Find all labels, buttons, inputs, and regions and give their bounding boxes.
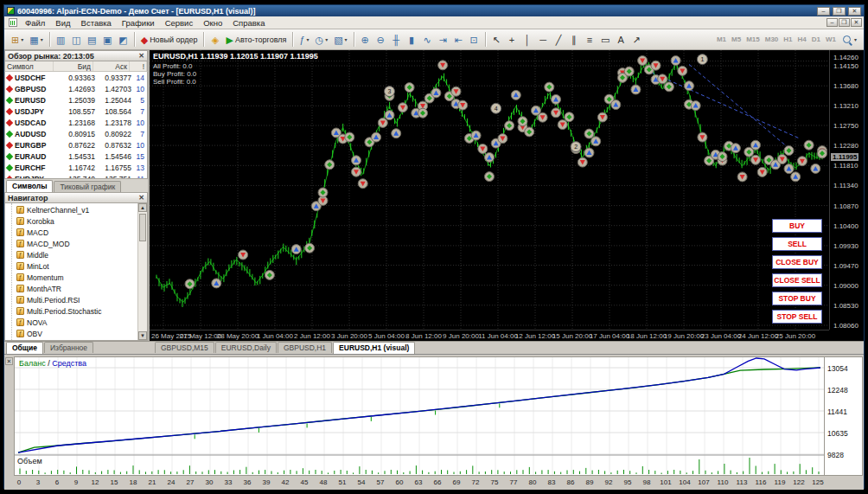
scroll-down-icon[interactable]: ▼ <box>138 331 147 340</box>
zoom-out-button[interactable]: ⊖ <box>373 32 388 48</box>
menu-view[interactable]: Вид <box>50 17 75 29</box>
periods-button[interactable]: ◷▾ <box>313 32 331 48</box>
chart-tab-eurusd-h1-visual[interactable]: EURUSD,H1 (visual) <box>333 342 415 354</box>
timeframe-h1-button[interactable]: H1 <box>781 35 795 43</box>
zoom-search-button[interactable]: ▾ <box>840 32 859 48</box>
market-watch-row[interactable]: EURUSD1.250391.250445 <box>5 94 147 106</box>
market-watch-row[interactable]: EURGBP0.876220.8763210 <box>5 139 147 151</box>
timeframe-m30-button[interactable]: M30 <box>763 35 782 43</box>
tile-windows-button[interactable]: ⊡ <box>467 32 482 48</box>
navigator-button[interactable]: ▤ <box>85 32 99 48</box>
close-tester-icon[interactable]: ✕ <box>5 357 13 365</box>
auto-scroll-button[interactable]: ⇥ <box>436 32 450 48</box>
scrollbar-thumb[interactable] <box>139 214 146 241</box>
tab-общие[interactable]: Общие <box>6 342 43 354</box>
close-market-watch-icon[interactable]: ✕ <box>138 53 144 60</box>
market-watch-row[interactable]: EURJPY135.740135.75111 <box>5 173 147 179</box>
timeframe-m1-button[interactable]: M1 <box>714 35 729 43</box>
chart-tab-gbpusd-m15[interactable]: GBPUSD,M15 <box>155 342 214 353</box>
navigator-item[interactable]: ƒMiddle <box>5 249 147 260</box>
timeframe-h4-button[interactable]: H4 <box>795 35 809 43</box>
market-watch-button[interactable]: ▥ <box>54 32 68 48</box>
shapes-button[interactable]: ▭ <box>598 32 613 48</box>
data-window-button[interactable]: ◫ <box>69 32 84 48</box>
line-chart-button[interactable]: ∿ <box>420 32 435 48</box>
candlestick-chart-button[interactable]: ▮ <box>405 32 419 48</box>
chart-tab-gbpusd-h1[interactable]: GBPUSD,H1 <box>278 342 332 353</box>
new-chart-button[interactable]: ⊞▾ <box>9 32 26 48</box>
sell-button[interactable]: SELL <box>772 237 822 251</box>
navigator-item[interactable]: ƒMinLot <box>5 260 147 272</box>
market-watch-row[interactable]: AUDUSD0.809150.809227 <box>5 128 147 139</box>
timeframe-m15-button[interactable]: M15 <box>744 35 763 43</box>
navigator-item[interactable]: ƒKorobka <box>5 215 147 227</box>
profiles-button[interactable]: ▦▾ <box>27 32 45 48</box>
navigator-item[interactable]: ƒMulti.Period.RSI <box>5 294 147 305</box>
navigator-item[interactable]: ƒMACD <box>5 227 147 238</box>
crosshair-button[interactable]: + <box>505 32 520 48</box>
templates-button[interactable]: ▧▾ <box>331 32 349 48</box>
market-watch-row[interactable]: EURAUD1.545311.5454615 <box>5 151 147 162</box>
horizontal-line-button[interactable]: ─ <box>536 32 551 48</box>
restore-button[interactable]: ❐ <box>833 7 846 16</box>
zoom-in-button[interactable]: ⊕ <box>358 32 373 48</box>
channel-button[interactable]: ∥ <box>567 32 582 48</box>
market-watch-row[interactable]: USDCHF0.933630.9337714 <box>5 72 147 83</box>
minimize-button[interactable]: – <box>817 7 830 16</box>
navigator-scrollbar[interactable]: ▲ ▼ <box>137 203 147 340</box>
close-buy-button[interactable]: CLOSE BUY <box>772 255 822 269</box>
close-button[interactable]: ✕ <box>848 7 861 16</box>
navigator-item[interactable]: ƒMonthATR <box>5 283 147 294</box>
menu-help[interactable]: Справка <box>227 17 270 29</box>
stop-buy-button[interactable]: STOP BUY <box>772 292 822 305</box>
time-axis[interactable]: 26 May 201527 May 12:0028 May 20:001 Jun… <box>150 330 829 341</box>
close-sell-button[interactable]: CLOSE SELL <box>772 273 822 287</box>
child-close-button[interactable]: ✕ <box>851 18 862 27</box>
trendline-button[interactable]: ╱ <box>552 32 566 48</box>
market-watch-row[interactable]: GBPUSD1.426931.4270310 <box>5 83 147 94</box>
navigator-item[interactable]: ƒMulti.Period.Stochastic <box>5 305 147 317</box>
timeframe-m5-button[interactable]: M5 <box>729 35 744 43</box>
scroll-up-icon[interactable]: ▲ <box>138 203 147 212</box>
price-chart[interactable]: 3421 <box>150 50 827 330</box>
navigator-item[interactable]: ƒNOVA <box>5 317 147 328</box>
price-scale[interactable]: 1.142601.141501.136801.132101.127501.122… <box>829 50 864 330</box>
chart-tab-eurusd-daily[interactable]: EURUSD,Daily <box>215 342 277 353</box>
terminal-button[interactable]: ▣ <box>100 32 115 48</box>
market-watch-row[interactable]: USDCAD1.231681.2317810 <box>5 117 147 128</box>
menu-charts[interactable]: Графики <box>117 17 160 29</box>
fibonacci-button[interactable]: ≡ <box>583 32 597 48</box>
title-bar[interactable]: 60040996: Alpari-ECN-Demo - Демо Счет - … <box>4 5 864 16</box>
metaeditor-button[interactable]: ◈ <box>207 32 222 48</box>
navigator-item[interactable]: ƒKeltnerChannel_v1 <box>5 204 147 215</box>
balance-graph[interactable] <box>14 356 825 476</box>
buy-button[interactable]: BUY <box>772 219 822 233</box>
text-button[interactable]: A <box>614 32 629 48</box>
menu-file[interactable]: Файл <box>20 17 50 29</box>
auto-trading-button[interactable]: ▶Авто-торговля <box>223 32 289 48</box>
tab-тиковый-график[interactable]: Тиковый график <box>54 181 121 192</box>
indicators-button[interactable]: ƒ▾ <box>297 32 311 48</box>
navigator-item[interactable]: ƒMACD_MOD <box>5 238 147 249</box>
arrow-tool-button[interactable]: ↗ <box>629 32 644 48</box>
stop-sell-button[interactable]: STOP SELL <box>772 310 822 324</box>
navigator-item[interactable]: ƒOBV <box>5 328 147 339</box>
child-minimize-button[interactable]: – <box>827 18 838 27</box>
close-navigator-icon[interactable]: ✕ <box>138 195 144 202</box>
new-order-button[interactable]: ◆Новый ордер <box>138 32 201 48</box>
timeframe-w1-button[interactable]: W1 <box>823 35 839 43</box>
market-watch-row[interactable]: EURCHF1.167421.1675513 <box>5 162 147 173</box>
menu-insert[interactable]: Вставка <box>76 17 117 29</box>
tab-символы[interactable]: Символы <box>6 180 53 192</box>
menu-service[interactable]: Сервис <box>160 17 199 29</box>
menu-window[interactable]: Окно <box>198 17 227 29</box>
vertical-line-button[interactable]: │ <box>520 32 535 48</box>
strategy-tester-button[interactable]: ◩ <box>116 32 131 48</box>
child-restore-button[interactable]: ❐ <box>839 18 850 27</box>
bar-chart-button[interactable]: ╫ <box>389 32 404 48</box>
market-watch-row[interactable]: USDJPY108.557108.5647 <box>5 106 147 117</box>
cursor-button[interactable]: ↖ <box>489 32 504 48</box>
chart-shift-button[interactable]: ⇤ <box>451 32 466 48</box>
timeframe-d1-button[interactable]: D1 <box>809 35 823 43</box>
navigator-item[interactable]: ƒMomentum <box>5 272 147 283</box>
